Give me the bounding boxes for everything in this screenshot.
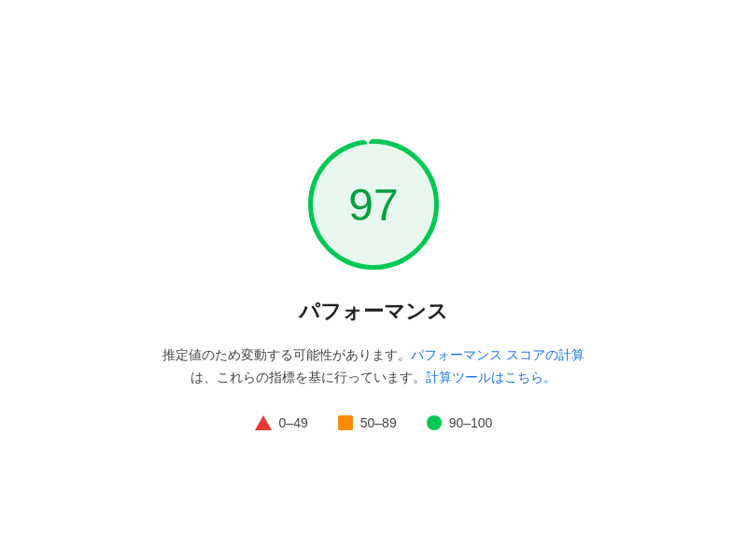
performance-score-link[interactable]: パフォーマンス スコアの計算	[411, 347, 585, 362]
gauge-wrapper: 97	[299, 130, 448, 279]
legend-label-high: 90–100	[449, 415, 493, 430]
circle-icon	[427, 415, 442, 430]
gauge-score: 97	[348, 179, 398, 231]
legend-label-mid: 50–89	[360, 415, 397, 430]
main-container: 97 パフォーマンス 推定値のため変動する可能性があります。パフォーマンス スコ…	[162, 130, 585, 430]
legend-item-low: 0–49	[255, 415, 308, 430]
square-icon	[338, 415, 353, 430]
legend-item-mid: 50–89	[338, 415, 397, 430]
legend: 0–49 50–89 90–100	[255, 415, 493, 430]
description-text: 推定値のため変動する可能性があります。パフォーマンス スコアの計算 は、これらの…	[162, 344, 585, 389]
legend-label-low: 0–49	[279, 415, 308, 430]
performance-title: パフォーマンス	[299, 298, 448, 326]
triangle-icon	[255, 415, 272, 430]
calculator-link[interactable]: 計算ツールはこちら。	[426, 370, 557, 385]
description-part2: は、これらの指標を基に行っています。	[190, 370, 426, 385]
gauge-center: 97	[313, 144, 434, 265]
legend-item-high: 90–100	[427, 415, 493, 430]
description-part1: 推定値のため変動する可能性があります。	[162, 347, 411, 362]
